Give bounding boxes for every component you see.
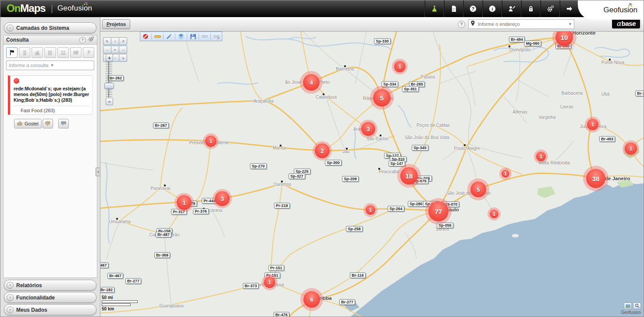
accordion-meus-dados[interactable]: ›Meus Dados <box>4 304 96 315</box>
pan-button[interactable]: ↘ <box>119 54 127 62</box>
magnifier-button[interactable] <box>633 303 641 309</box>
lock-icon[interactable] <box>521 0 540 17</box>
cluster-marker[interactable]: 1 <box>366 205 375 215</box>
logo-on: On <box>7 2 20 14</box>
cluster-marker[interactable]: 4 <box>303 74 320 91</box>
map-tool-button[interactable] <box>70 47 82 58</box>
road-label: Br-373 <box>243 283 259 289</box>
pan-button[interactable]: → <box>119 46 127 53</box>
overview-map-button[interactable] <box>624 303 632 309</box>
document-icon[interactable] <box>444 0 463 17</box>
home-tool-button[interactable] <box>32 47 43 58</box>
cluster-marker[interactable]: 1 <box>394 61 406 72</box>
road-label: Br-267 <box>153 123 169 128</box>
filter-tool-button[interactable] <box>83 47 94 58</box>
accordion-funcionalidade[interactable]: ›Funcionalidade <box>4 292 96 303</box>
accordion-camadas-do-sistema[interactable]: ›Camadas do Sistema <box>4 22 96 33</box>
scale-bar: 50 mi 50 km <box>102 295 138 311</box>
layers-icon[interactable] <box>178 33 185 40</box>
cluster-marker[interactable]: 5 <box>373 89 391 107</box>
pan-button[interactable]: ↖ <box>103 37 111 45</box>
dislike-button[interactable] <box>43 119 53 128</box>
cluster-marker[interactable]: 6 <box>303 291 320 308</box>
city-label: Poços de Caldas <box>416 123 450 128</box>
road-label: Sp-055 <box>437 223 453 228</box>
road-label: Sp-270 <box>250 164 267 169</box>
save-icon[interactable] <box>189 33 196 40</box>
query-subitem[interactable]: Fast Food (283) <box>14 106 89 114</box>
zoom-slider-handle[interactable] <box>104 83 114 89</box>
settings-icon[interactable] <box>540 0 559 17</box>
city-label: São Carlos <box>366 136 388 141</box>
style-icon[interactable] <box>166 33 173 40</box>
corner-brand-tab: Geofusion <box>578 0 644 20</box>
building-tool-button[interactable] <box>19 47 30 58</box>
road-label: Mg-060 <box>524 41 541 46</box>
people-tool-button[interactable] <box>57 47 69 58</box>
flask-icon[interactable] <box>424 0 444 17</box>
query-result-card[interactable]: rede:Mcdonald´s; que estejam:{a menos de… <box>8 75 93 115</box>
city-dot <box>280 145 281 146</box>
consulta-query-select[interactable]: Informe a consulta ▼ <box>6 61 94 70</box>
pan-button[interactable]: ↑ <box>111 37 119 45</box>
consulta-title: Consulta <box>6 37 79 43</box>
projetos-button[interactable]: Projetos <box>102 19 130 29</box>
sidebar-collapse-handle[interactable]: ◄ <box>96 167 100 176</box>
cluster-marker[interactable]: 3 <box>215 191 230 206</box>
pan-button[interactable]: ← <box>103 46 111 53</box>
city-dot <box>346 148 348 150</box>
cluster-marker[interactable]: 77 <box>428 201 448 221</box>
address-dropdown-caret[interactable]: ▼ <box>568 22 572 26</box>
zoom-slider-track[interactable] <box>106 61 112 97</box>
pan-button[interactable]: ↗ <box>119 37 127 45</box>
cluster-marker[interactable]: 38 <box>586 169 605 188</box>
cluster-marker[interactable]: 1 <box>536 152 546 161</box>
help-icon[interactable]: ? <box>463 0 482 17</box>
cluster-marker[interactable]: 1 <box>177 195 192 210</box>
accordion-label: Camadas do Sistema <box>16 25 69 31</box>
accordion-relat-rios[interactable]: ›Relatórios <box>4 280 96 291</box>
consulta-settings-icon[interactable] <box>88 36 94 44</box>
block-icon[interactable] <box>142 33 149 40</box>
cluster-marker[interactable]: 2 <box>315 143 330 158</box>
zoom-out-button[interactable]: − <box>106 98 113 105</box>
city-label: Alfenas <box>512 110 527 114</box>
address-input[interactable] <box>477 21 566 27</box>
address-search-box[interactable]: ▼ <box>468 19 574 29</box>
cluster-marker[interactable]: 1 <box>490 210 498 218</box>
logo-maps: Maps <box>20 2 45 14</box>
consulta-help-icon[interactable]: ? <box>79 37 86 43</box>
cluster-marker[interactable]: 18 <box>400 167 418 185</box>
cluster-marker[interactable]: 3 <box>361 122 375 136</box>
flag-tool-button[interactable] <box>6 47 18 58</box>
cluster-marker[interactable]: 1 <box>205 135 217 147</box>
city-dot <box>509 46 510 47</box>
city-dot <box>281 181 283 182</box>
like-button[interactable]: Gostei <box>14 119 42 128</box>
base-badge[interactable]: αbase <box>612 18 640 28</box>
link-icon[interactable] <box>201 33 208 40</box>
measure-icon[interactable] <box>154 33 161 40</box>
cluster-marker[interactable]: 1 <box>625 142 637 155</box>
sidebar-accordions-bottom: ›Relatórios›Funcionalidade›Meus Dados <box>0 280 100 317</box>
gift-tool-button[interactable] <box>44 47 56 58</box>
map-canvas[interactable]: ↖↑↗←▪→↙↓↘ + − ão José do Rio PretoBarret… <box>100 31 644 317</box>
road-label: Pr-376 <box>193 209 209 214</box>
comment-button[interactable] <box>58 119 69 128</box>
cluster-marker[interactable]: 1 <box>502 170 509 178</box>
unlink-icon[interactable] <box>213 33 220 40</box>
cluster-marker[interactable]: 5 <box>470 182 486 197</box>
cluster-marker[interactable]: 1 <box>587 119 598 130</box>
info-icon[interactable]: i <box>482 0 502 17</box>
city-label: Guarapuava <box>159 303 183 308</box>
road-label: Sp-327 <box>288 174 305 179</box>
cluster-marker[interactable]: 1 <box>264 277 275 288</box>
header-icon-bar: ?i <box>424 0 579 17</box>
road-label: Br-116 <box>350 273 366 278</box>
road-label: Sp-280 <box>408 201 424 207</box>
address-help-icon[interactable]: ? <box>458 21 465 28</box>
pan-button[interactable]: ▪ <box>111 46 119 53</box>
user-permissions-icon[interactable] <box>502 0 521 17</box>
zoom-in-button[interactable]: + <box>106 54 113 61</box>
exit-icon[interactable] <box>559 0 579 17</box>
